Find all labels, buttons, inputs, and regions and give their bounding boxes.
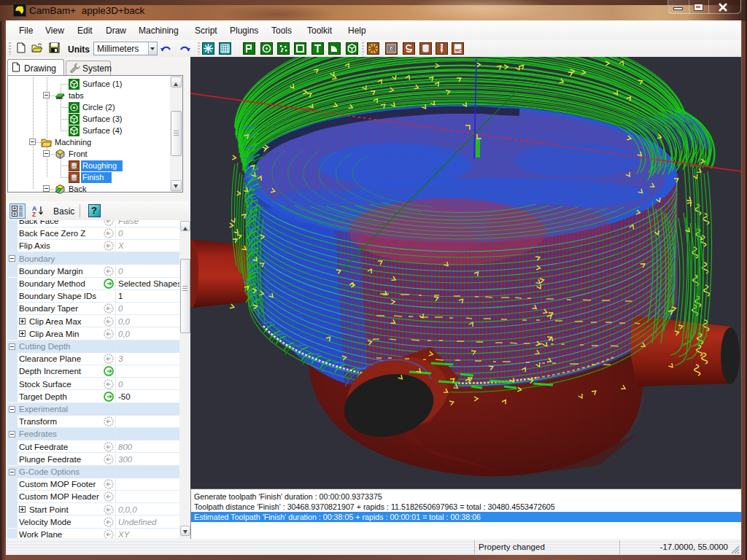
svg-text:MC: MC <box>455 48 462 52</box>
svg-text:Z: Z <box>32 211 36 217</box>
